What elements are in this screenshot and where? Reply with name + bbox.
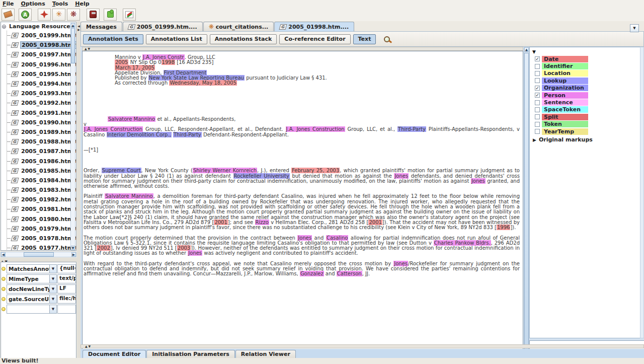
tree-item-document[interactable]: G2005_01992.htm.txt: [7, 98, 71, 108]
annotation-type-label[interactable]: Lookup: [542, 78, 588, 84]
application-button[interactable]: ❋: [67, 9, 80, 21]
annotation-span-person[interactable]: Salvatore Mannino: [108, 116, 155, 122]
scroll-left-icon[interactable]: ◀: [1, 252, 6, 257]
tree-item-document[interactable]: G2005_01988.htm.txt: [7, 137, 71, 147]
scroll-up-icon[interactable]: ▲: [524, 47, 529, 52]
tree-item-document[interactable]: G2005_01984.htm.txt: [7, 176, 71, 185]
tree-root-language-resources[interactable]: Language Resources: [1, 22, 71, 31]
tree-item-document[interactable]: G2005_01994.htm.txt: [7, 79, 71, 89]
feature-key-combobox[interactable]: MatchesAnnots▼: [7, 264, 57, 273]
scrollbar-thumb[interactable]: [524, 53, 529, 358]
annotation-span-org[interactable]: Third-Party: [397, 126, 426, 132]
original-markups-set[interactable]: ▶ Original markups: [533, 136, 644, 143]
annotation-span-org[interactable]: Interior Demolition Corp.,: [107, 132, 172, 137]
tab-2005-01998-htm-[interactable]: G2005_01998.htm....: [274, 22, 354, 31]
tree-item-document[interactable]: G2005_01996.htm.txt: [7, 60, 71, 69]
annotation-type-checkbox[interactable]: [535, 107, 540, 112]
tree-item-document[interactable]: G2005_01997.htm.txt: [7, 50, 71, 59]
tree-item-document[interactable]: G2005_01995.htm.txt: [7, 69, 71, 79]
chevron-down-icon[interactable]: ▼: [49, 285, 56, 293]
feature-value-field[interactable]: text/pla: [57, 274, 76, 283]
feature-value-field[interactable]: file:/ho: [57, 295, 76, 304]
annotation-span-person[interactable]: Jones: [471, 178, 486, 184]
legend-scrollbar-track[interactable]: [640, 47, 644, 338]
language-resource-button[interactable]: [38, 9, 51, 21]
menu-options[interactable]: Options: [21, 1, 45, 7]
tab-relation-viewer[interactable]: Relation Viewer: [235, 350, 296, 358]
annotation-type-checkbox[interactable]: [535, 64, 540, 69]
scroll-right-icon[interactable]: ▶: [71, 252, 76, 257]
annotation-span-date[interactable]: 2005: [115, 59, 128, 65]
tab-initialisation-parameters[interactable]: Initialisation Parameters: [146, 350, 235, 358]
annotation-type-checkbox[interactable]: ✓: [535, 86, 540, 91]
tree-item-document[interactable]: G2005_01981.htm.txt: [7, 204, 71, 214]
annotation-span-person[interactable]: J.A. Jones Construction: [286, 126, 345, 132]
tree-item-document[interactable]: G2005_01989.htm.txt: [7, 127, 71, 137]
feature-key-combobox[interactable]: MimeType▼: [7, 274, 57, 283]
datastore-button[interactable]: [87, 9, 100, 21]
annotations-stack-button[interactable]: Annotations Stack: [210, 34, 277, 44]
tree-item-document[interactable]: G2005_01982.htm.txt: [7, 195, 71, 204]
tree-item-document[interactable]: G2005_01977.htm.txt: [7, 243, 71, 251]
annotation-type-label[interactable]: SpaceToken: [542, 106, 588, 113]
annotation-type-checkbox[interactable]: [535, 114, 540, 119]
tree-item-document[interactable]: G2005_01986.htm.txt: [7, 156, 71, 166]
feature-value-field[interactable]: LF: [57, 284, 76, 294]
feature-key-combobox[interactable]: gate.SourceURL▼: [7, 295, 57, 304]
annotation-type-checkbox[interactable]: [535, 100, 540, 105]
tree-item-document[interactable]: G2005_01978.htm.txt: [7, 234, 71, 243]
tree-item-document[interactable]: G2005_01990.htm.txt: [7, 118, 71, 127]
main-splitter[interactable]: ◀▶: [77, 21, 80, 358]
document-text-panel[interactable]: Mannino v J.A. Jones Constr. Group, LLC2…: [82, 51, 523, 364]
annotations-list-button[interactable]: Annotations List: [146, 34, 207, 44]
collapsed-expander-icon[interactable]: ▶: [533, 137, 536, 142]
chevron-down-icon[interactable]: ▼: [49, 295, 56, 303]
scroll-down-icon[interactable]: ▼: [71, 246, 75, 250]
editor-options-dropdown[interactable]: ▼: [630, 24, 639, 32]
annotation-type-label[interactable]: Sentence: [542, 99, 588, 106]
feature-key-combobox[interactable]: ▼: [7, 305, 57, 314]
tab-messages[interactable]: Messages: [80, 22, 122, 31]
annotation-type-label[interactable]: Location: [542, 70, 588, 77]
annotation-type-checkbox[interactable]: ✓: [535, 56, 540, 61]
plugin-manager-button[interactable]: [104, 9, 117, 21]
sidebar-splitter[interactable]: ▲▼: [0, 258, 77, 262]
splitter-left-icon[interactable]: ◀: [77, 24, 80, 28]
annotation-type-label[interactable]: YearTemp: [542, 128, 588, 135]
feature-value-field[interactable]: {null=[: [57, 264, 76, 273]
annotation-type-checkbox[interactable]: ✓: [535, 93, 540, 98]
annotation-type-checkbox[interactable]: [535, 129, 540, 134]
tree-expand-handle-icon[interactable]: [2, 25, 6, 29]
default-set-expander-icon[interactable]: ▼: [532, 49, 644, 54]
feature-value-field[interactable]: [57, 305, 76, 314]
annotation-type-label[interactable]: Split: [542, 114, 588, 120]
annotation-type-label[interactable]: Token: [542, 121, 588, 127]
annotation-span-person[interactable]: Jones: [188, 250, 202, 256]
annotation-span-date[interactable]: Wednesday, May 18, 2005: [169, 80, 237, 86]
menu-tools[interactable]: Tools: [52, 1, 68, 7]
annotation-type-checkbox[interactable]: [535, 78, 540, 83]
chevron-down-icon[interactable]: ▼: [49, 305, 56, 313]
annotation-span-date[interactable]: 1996: [497, 225, 510, 230]
annotation-span-date[interactable]: 1998: [162, 59, 175, 65]
annotation-type-label[interactable]: Date: [542, 56, 588, 62]
annotation-diff-button[interactable]: [123, 9, 136, 21]
tab-document-editor[interactable]: Document Editor: [83, 350, 146, 358]
tree-horizontal-scrollbar[interactable]: ◀ ▶: [1, 252, 76, 257]
menu-file[interactable]: File: [3, 1, 14, 7]
tab-court-citations-[interactable]: ❋court_citations...: [203, 22, 274, 31]
processing-resource-button[interactable]: ✳: [52, 9, 65, 21]
annie-application-button[interactable]: A: [19, 9, 32, 21]
chevron-down-icon[interactable]: ▼: [49, 265, 56, 273]
annotation-span-person[interactable]: Gonzalez: [300, 271, 324, 276]
tree-item-document[interactable]: G2005_01993.htm.txt: [7, 89, 71, 98]
document-vertical-scrollbar[interactable]: ▲ ▼: [524, 47, 529, 364]
tree-item-document[interactable]: G2005_01980.htm.txt: [7, 214, 71, 224]
co-reference-editor-button[interactable]: Co-reference Editor: [279, 34, 350, 44]
search-button[interactable]: [380, 33, 393, 45]
tree-item-document[interactable]: G2005_01999.htm.txt: [7, 31, 71, 40]
new-document-button[interactable]: [2, 9, 15, 21]
tree-vertical-scrollbar[interactable]: ▲ ▼: [70, 23, 75, 251]
annotation-type-checkbox[interactable]: [535, 71, 540, 76]
scrollbar-thumb[interactable]: [24, 252, 54, 257]
